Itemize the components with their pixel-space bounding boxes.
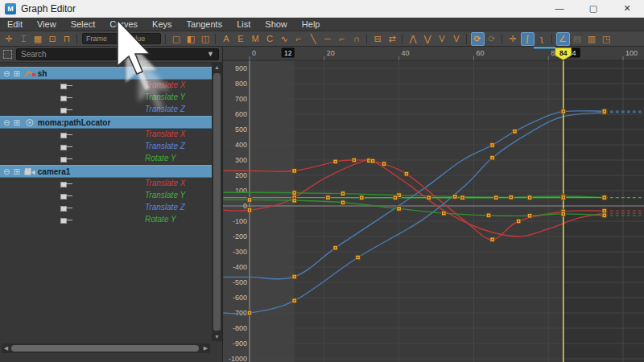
scroll-up-icon[interactable]: ▲ (212, 63, 222, 72)
linear-shape-tangent-icon[interactable]: ╲ (307, 32, 320, 46)
svg-text:12: 12 (284, 49, 292, 57)
curve-spreadsheet-icon[interactable]: ◳ (600, 32, 613, 46)
unify-tangents-icon[interactable]: ⋁ (421, 32, 435, 46)
buffer-curve-swap-icon[interactable]: ⇄ (386, 32, 399, 46)
lock-tangent-weight-icon[interactable]: V (450, 32, 464, 46)
region-keys-tool-icon[interactable]: ⊡ (46, 32, 60, 46)
expand-all-icon[interactable]: ⊞ (13, 167, 19, 176)
keyframe-dot (604, 197, 605, 199)
value-snap-toggle-icon[interactable]: ⟳ (485, 32, 499, 46)
channel-translate-z[interactable]: Translate Z (0, 202, 212, 214)
menu-item-help[interactable]: Help (295, 18, 328, 31)
search-input[interactable]: Search ▼ (16, 48, 219, 60)
post-infinity-cycle-icon[interactable]: ▥ (585, 32, 599, 46)
window-title: Graph Editor (21, 3, 543, 14)
plateau-tangent-icon[interactable]: ∩ (350, 32, 364, 46)
svg-text:0: 0 (243, 202, 247, 210)
time-snap-toggle-icon[interactable]: ⟳ (471, 32, 485, 46)
tree-group-shrp[interactable]: ⊖⊞shRP (0, 67, 212, 80)
keyframe-dot (294, 200, 295, 201)
collapse-icon[interactable]: ⊖ (3, 118, 10, 127)
menu-item-edit[interactable]: Edit (0, 18, 30, 31)
maximize-button[interactable]: ▢ (576, 0, 610, 18)
keyframe-dot (492, 157, 493, 158)
auto-tangent-icon[interactable]: C (263, 32, 277, 46)
svg-text:-800: -800 (233, 324, 247, 332)
keyframe-channel-icon (60, 157, 73, 162)
scroll-right-icon[interactable]: ▶ (201, 343, 210, 353)
scrollbar-thumb[interactable] (11, 345, 199, 352)
channel-translate-x[interactable]: Translate X (0, 80, 212, 92)
keyframe-dot (488, 215, 489, 216)
step-next-tangent-icon[interactable]: ⌐ (336, 32, 349, 46)
channel-translate-z[interactable]: Translate Z (0, 104, 212, 116)
tree-group-moma-pathlocator[interactable]: ⊖⊞moma:pathLocator (0, 116, 212, 129)
tree-horizontal-scrollbar[interactable]: ◀ ▶ (2, 343, 210, 353)
menu-item-keys[interactable]: Keys (145, 18, 179, 31)
channel-label: Translate X (145, 179, 185, 187)
pre-infinity-cycle-icon[interactable]: ▤ (571, 32, 584, 46)
channel-translate-x[interactable]: Translate X (0, 178, 212, 190)
break-tangents-icon[interactable]: ⋀ (407, 32, 420, 46)
menu-item-view[interactable]: View (30, 18, 64, 31)
scrollbar-thumb[interactable] (213, 73, 221, 331)
window-titlebar[interactable]: M Graph Editor —▢✕ (0, 0, 644, 18)
channel-translate-x[interactable]: Translate X (0, 129, 212, 141)
frame-curve-view-icon[interactable]: ∠ (556, 32, 570, 46)
svg-text:-700: -700 (233, 309, 247, 317)
curve-graph-area[interactable]: 9008007006005004003002001000-100-200-300… (223, 47, 644, 362)
lattice-deform-keys-tool-icon[interactable]: ▦ (31, 32, 45, 46)
retime-tool-icon[interactable]: ⊓ (60, 32, 74, 46)
collapse-icon[interactable]: ⊖ (3, 167, 10, 176)
menu-item-curves[interactable]: Curves (102, 18, 145, 31)
menu-item-tangents[interactable]: Tangents (180, 18, 230, 31)
scroll-left-icon[interactable]: ◀ (2, 343, 10, 353)
free-tangent-weight-icon[interactable]: V (436, 32, 449, 46)
move-nearest-picked-key-tool-icon[interactable]: ✛ (506, 32, 520, 46)
move-keys-tool-icon[interactable]: ✛ (2, 32, 16, 46)
flat-shape-tangent-icon[interactable]: ─ (321, 32, 335, 46)
step-tangent-icon[interactable]: ⌐ (292, 32, 306, 46)
keyframe-dot (353, 159, 355, 161)
buffer-curve-snapshot-icon[interactable]: ⊟ (371, 32, 385, 46)
value-field[interactable]: Value (123, 33, 161, 44)
spline-tangent-icon[interactable]: A (220, 32, 233, 46)
menu-item-select[interactable]: Select (64, 18, 103, 31)
menu-item-list[interactable]: List (229, 18, 258, 31)
chevron-down-icon[interactable]: ▼ (207, 49, 214, 60)
clamped-tangent-icon[interactable]: E (234, 32, 248, 46)
channel-rotate-y[interactable]: Rotate Y (0, 153, 212, 165)
flat-tangent-icon[interactable]: ∿ (278, 32, 291, 46)
collapse-icon[interactable]: ⊖ (3, 69, 10, 78)
toolbar-separator (163, 33, 169, 45)
channel-translate-y[interactable]: Translate Y (0, 92, 212, 104)
range-start-badge[interactable]: 12 (282, 48, 295, 58)
stacked-view-icon[interactable]: ◧ (184, 32, 198, 46)
keyframe-dot (249, 200, 250, 201)
close-button[interactable]: ✕ (610, 0, 644, 18)
channel-translate-y[interactable]: Translate Y (0, 190, 212, 202)
minimize-button[interactable]: — (543, 0, 576, 18)
linear-tangent-icon[interactable]: M (249, 32, 262, 46)
insert-keys-tool-icon[interactable]: ⌶ (17, 32, 31, 46)
svg-text:400: 400 (235, 141, 247, 149)
graph-canvas[interactable]: 9008007006005004003002001000-100-200-300… (223, 47, 644, 362)
add-key-tool-icon[interactable]: ʅ (535, 32, 549, 46)
channel-rotate-y[interactable]: Rotate Y (0, 214, 212, 226)
absolute-view-icon[interactable]: ▢ (170, 32, 184, 46)
frame-field[interactable]: Frame (82, 33, 120, 44)
normalized-view-icon[interactable]: ◫ (199, 32, 213, 46)
svg-text:300: 300 (235, 156, 247, 164)
expand-all-icon[interactable]: ⊞ (13, 118, 19, 127)
selection-filter-icon[interactable] (3, 50, 12, 59)
tree-group-camera1[interactable]: ⊖⊞camera1 (0, 165, 212, 178)
insert-key-tool-icon[interactable]: ʃ (521, 32, 535, 46)
expand-all-icon[interactable]: ⊞ (13, 69, 19, 78)
menu-bar: EditViewSelectCurvesKeysTangentsListShow… (0, 18, 644, 31)
menu-item-show[interactable]: Show (258, 18, 295, 31)
channel-translate-z[interactable]: Translate Z (0, 141, 212, 153)
tree-vertical-scrollbar[interactable]: ▲ ▼ (212, 63, 222, 341)
scroll-down-icon[interactable]: ▼ (212, 332, 222, 341)
svg-text:-1000: -1000 (229, 355, 247, 362)
channel-label: Translate X (145, 130, 185, 138)
